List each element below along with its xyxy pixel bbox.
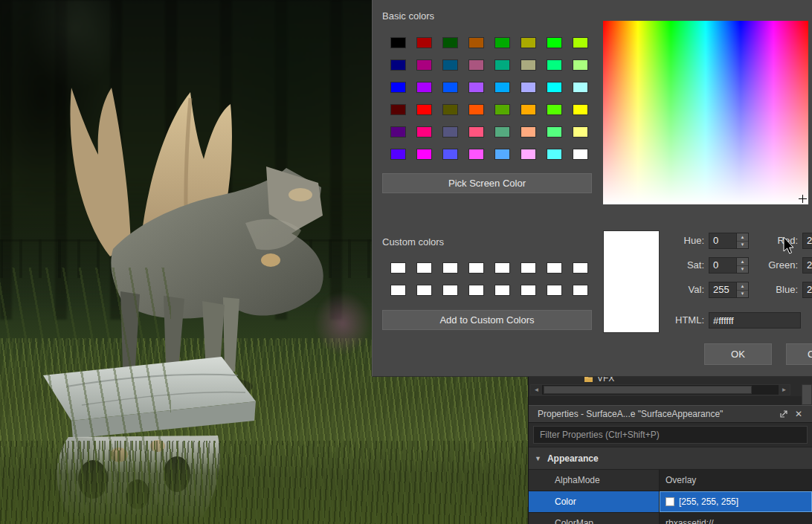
basic-color-swatch[interactable] bbox=[547, 126, 562, 138]
custom-color-swatch[interactable] bbox=[468, 262, 484, 274]
color-swatch[interactable] bbox=[666, 497, 674, 506]
custom-color-swatch[interactable] bbox=[494, 285, 510, 296]
basic-color-swatch[interactable] bbox=[416, 126, 432, 138]
custom-color-swatch[interactable] bbox=[416, 285, 432, 296]
gradient-crosshair-icon[interactable] bbox=[799, 195, 807, 203]
basic-color-swatch[interactable] bbox=[468, 37, 484, 48]
chevron-down-icon[interactable]: ▼ bbox=[535, 455, 541, 462]
custom-color-swatch[interactable] bbox=[521, 285, 536, 296]
basic-color-swatch[interactable] bbox=[442, 82, 458, 93]
spin-down-icon[interactable]: ▼ bbox=[737, 291, 748, 298]
basic-color-swatch[interactable] bbox=[573, 37, 588, 48]
basic-color-swatch[interactable] bbox=[468, 149, 484, 160]
custom-color-swatch[interactable] bbox=[547, 262, 562, 274]
basic-color-swatch[interactable] bbox=[468, 59, 484, 71]
undock-button[interactable] bbox=[776, 407, 791, 421]
basic-color-swatch[interactable] bbox=[390, 59, 406, 71]
basic-color-swatch[interactable] bbox=[390, 104, 406, 115]
scrollbar-thumb[interactable] bbox=[544, 386, 752, 394]
basic-color-swatch[interactable] bbox=[416, 82, 432, 93]
basic-color-swatch[interactable] bbox=[547, 37, 562, 48]
property-row[interactable]: AlphaModeOverlay bbox=[529, 470, 812, 491]
basic-color-swatch[interactable] bbox=[573, 82, 588, 93]
basic-color-swatch[interactable] bbox=[547, 59, 562, 71]
basic-color-swatch[interactable] bbox=[390, 82, 406, 93]
basic-color-swatch[interactable] bbox=[494, 104, 510, 115]
custom-color-swatch[interactable] bbox=[390, 285, 406, 296]
add-to-custom-colors-button[interactable]: Add to Custom Colors bbox=[382, 310, 592, 330]
basic-color-swatch[interactable] bbox=[442, 104, 458, 115]
basic-color-swatch[interactable] bbox=[442, 126, 458, 138]
close-button[interactable]: ✕ bbox=[791, 407, 806, 421]
basic-color-swatch[interactable] bbox=[468, 104, 484, 115]
property-value[interactable]: Overlay bbox=[660, 470, 812, 491]
custom-color-swatch[interactable] bbox=[442, 262, 458, 274]
basic-color-swatch[interactable] bbox=[573, 149, 588, 160]
basic-color-swatch[interactable] bbox=[521, 59, 536, 71]
property-name[interactable]: ColorMap bbox=[529, 513, 660, 524]
basic-color-swatch[interactable] bbox=[442, 149, 458, 160]
basic-color-swatch[interactable] bbox=[468, 126, 484, 138]
filter-properties-input[interactable] bbox=[533, 426, 808, 444]
basic-color-swatch[interactable] bbox=[494, 149, 510, 160]
basic-color-swatch[interactable] bbox=[573, 59, 588, 71]
basic-color-swatch[interactable] bbox=[494, 59, 510, 71]
spin-down-icon[interactable]: ▼ bbox=[737, 266, 748, 274]
basic-color-swatch[interactable] bbox=[521, 37, 536, 48]
vertical-scrollbar-segment[interactable] bbox=[802, 384, 812, 405]
basic-color-swatch[interactable] bbox=[521, 149, 536, 160]
sat-spinbox[interactable]: 0 ▲▼ bbox=[709, 257, 749, 274]
hue-spinbox[interactable]: 0 ▲▼ bbox=[709, 233, 749, 249]
basic-color-swatch[interactable] bbox=[416, 37, 432, 48]
ok-button[interactable]: OK bbox=[704, 343, 772, 365]
custom-color-swatch[interactable] bbox=[416, 262, 432, 274]
basic-color-swatch[interactable] bbox=[390, 126, 406, 138]
basic-color-swatch[interactable] bbox=[521, 82, 536, 93]
basic-color-swatch[interactable] bbox=[547, 104, 562, 115]
basic-color-swatch[interactable] bbox=[494, 126, 510, 138]
custom-color-swatch[interactable] bbox=[547, 285, 562, 296]
spin-up-icon[interactable]: ▲ bbox=[737, 282, 748, 291]
property-value[interactable]: [255, 255, 255] bbox=[660, 491, 812, 512]
basic-color-swatch[interactable] bbox=[416, 149, 432, 160]
property-name[interactable]: Color bbox=[529, 491, 660, 512]
val-spinbox[interactable]: 255 ▲▼ bbox=[709, 282, 749, 298]
property-name[interactable]: AlphaMode bbox=[529, 470, 660, 491]
basic-color-swatch[interactable] bbox=[521, 126, 536, 138]
spin-down-icon[interactable]: ▼ bbox=[737, 242, 748, 249]
scroll-right-button[interactable]: ► bbox=[779, 385, 790, 395]
cancel-button[interactable]: Cancel bbox=[786, 343, 812, 365]
basic-color-swatch[interactable] bbox=[390, 37, 406, 48]
spin-up-icon[interactable]: ▲ bbox=[737, 258, 748, 266]
property-row[interactable]: ColorMaprbxassetid:// bbox=[529, 513, 812, 524]
property-value[interactable]: rbxassetid:// bbox=[660, 513, 812, 524]
spin-up-icon[interactable]: ▲ bbox=[737, 233, 748, 242]
basic-color-swatch[interactable] bbox=[573, 104, 588, 115]
basic-color-swatch[interactable] bbox=[494, 37, 510, 48]
basic-color-swatch[interactable] bbox=[521, 104, 536, 115]
custom-color-swatch[interactable] bbox=[494, 262, 510, 274]
custom-color-swatch[interactable] bbox=[573, 285, 588, 296]
custom-color-swatch[interactable] bbox=[442, 285, 458, 296]
red-spinbox[interactable]: 255 bbox=[802, 233, 812, 249]
green-spinbox[interactable]: 255 bbox=[802, 257, 812, 274]
basic-color-swatch[interactable] bbox=[442, 59, 458, 71]
html-color-input[interactable] bbox=[709, 312, 801, 329]
hue-saturation-gradient[interactable] bbox=[603, 21, 808, 204]
scroll-left-button[interactable]: ◄ bbox=[531, 385, 542, 395]
custom-color-swatch[interactable] bbox=[390, 262, 406, 274]
basic-color-swatch[interactable] bbox=[416, 104, 432, 115]
basic-color-swatch[interactable] bbox=[494, 82, 510, 93]
basic-color-swatch[interactable] bbox=[468, 82, 484, 93]
basic-color-swatch[interactable] bbox=[442, 37, 458, 48]
basic-color-swatch[interactable] bbox=[390, 149, 406, 160]
scrollbar-track[interactable] bbox=[542, 385, 779, 395]
property-row[interactable]: Color[255, 255, 255] bbox=[529, 491, 812, 513]
basic-color-swatch[interactable] bbox=[573, 126, 588, 138]
custom-color-swatch[interactable] bbox=[468, 285, 484, 296]
basic-color-swatch[interactable] bbox=[547, 82, 562, 93]
blue-spinbox[interactable]: 255 bbox=[802, 282, 812, 298]
section-appearance[interactable]: ▼ Appearance bbox=[529, 447, 812, 470]
pick-screen-color-button[interactable]: Pick Screen Color bbox=[382, 173, 592, 193]
custom-color-swatch[interactable] bbox=[521, 262, 536, 274]
